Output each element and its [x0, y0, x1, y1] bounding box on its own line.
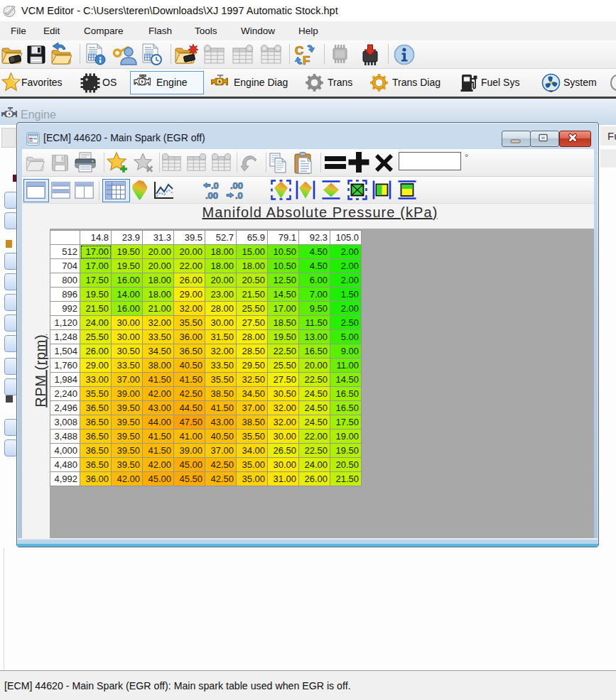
svg-text:.0: .0: [235, 190, 243, 200]
svg-text:F: F: [303, 54, 310, 67]
svg-text:.00: .00: [205, 190, 218, 200]
svg-text:.0: .0: [211, 180, 219, 191]
svg-text:.00: .00: [230, 180, 243, 191]
